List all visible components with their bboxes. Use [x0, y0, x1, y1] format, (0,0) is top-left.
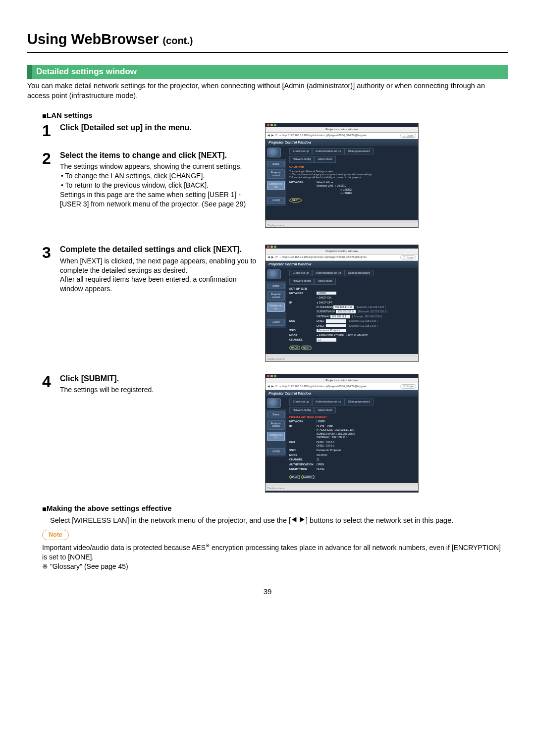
shot1-panel-title: Projector Control Window	[266, 139, 418, 146]
step-2-head: Select the items to change and click [NE…	[60, 151, 260, 160]
step-1: 1 Click [Detailed set up] in the menu.	[42, 123, 260, 140]
making-heading: ■Making the above settings effective	[42, 504, 508, 514]
step-4: 4 Click [SUBMIT]. The settings will be r…	[42, 374, 260, 395]
note-glossary: ※ "Glossary" (See page 45)	[42, 562, 503, 572]
svg-marker-1	[300, 517, 305, 522]
making-body: Select [WIRELESS LAN] in the network men…	[50, 516, 498, 526]
step-3-head: Complete the detailed settings and click…	[60, 245, 260, 254]
step-1-head: Click [Detailed set up] in the menu.	[60, 123, 260, 132]
add-icon[interactable]: +	[279, 385, 281, 388]
step-2: 2 Select the items to change and click […	[42, 151, 260, 209]
sidebar-status[interactable]: Status	[267, 161, 285, 168]
step-2-num: 2	[42, 151, 60, 209]
caution-label: CAUTION!	[289, 165, 415, 169]
step-3-d1: When [NEXT] is clicked, the next page ap…	[60, 256, 260, 275]
tab-change-pw[interactable]: Change password	[344, 148, 373, 154]
screenshot-1: Projector control window ◀▶ ⟳ + http://1…	[265, 123, 419, 228]
shot1-window-title: Projector control window	[266, 127, 418, 132]
url-field[interactable]: http://192.168.11.100/cgi-bin/main.cgi?p…	[282, 134, 399, 137]
square-icon: ■	[42, 504, 47, 514]
step-3: 3 Complete the detailed settings and cli…	[42, 245, 260, 294]
step-1-num: 1	[42, 123, 60, 140]
sidebar-detailed-setup[interactable]: Detailed set up	[267, 181, 285, 190]
step-2-d1: The settings window appears, showing the…	[60, 162, 260, 171]
nav-back-icon[interactable]: ◀	[268, 255, 270, 259]
next-button-2[interactable]: NEXT	[301, 346, 312, 350]
step-3-num: 3	[42, 245, 60, 294]
reload-icon[interactable]: ⟳	[275, 134, 278, 137]
submit-button-3[interactable]: SUBMIT	[301, 475, 315, 479]
page-title: Using WebBrowser (cont.)	[27, 30, 508, 53]
nav-back-icon[interactable]: ◀	[268, 134, 270, 137]
nav-fwd-icon[interactable]: ▶	[271, 134, 274, 137]
intro-text: You can make detail network settings for…	[27, 81, 508, 101]
logo-icon	[267, 148, 281, 157]
title-main: Using WebBrowser	[27, 31, 162, 47]
note-body: Important video/audio data is protected …	[42, 542, 503, 562]
reload-icon[interactable]: ⟳	[275, 385, 278, 388]
sidebar-japanese[interactable]: 日本語	[267, 197, 285, 204]
screenshot-2: Projector control window ◀▶ ⟳ + http://1…	[265, 245, 419, 361]
section-header: Detailed settings window	[27, 65, 508, 79]
left-right-arrow-icon	[291, 516, 306, 523]
tab-auth[interactable]: Authentication set up	[312, 148, 344, 154]
tab-network[interactable]: Network config	[289, 156, 314, 162]
step-2-d3: • To return to the previous window, clic…	[61, 181, 260, 190]
tab-clock[interactable]: Adjust clock	[314, 156, 335, 162]
square-icon: ■	[42, 111, 47, 121]
back-button-3[interactable]: BACK	[289, 475, 300, 479]
step-4-d1: The settings will be registered.	[60, 385, 260, 395]
next-button-1[interactable]: NEXT	[289, 198, 302, 202]
wired-radio[interactable]	[331, 181, 333, 184]
step-4-head: Click [SUBMIT].	[60, 374, 260, 383]
sidebar-proj-control[interactable]: Projector control	[267, 169, 285, 179]
nav-back-icon[interactable]: ◀	[268, 385, 270, 388]
footnote-mark: ※	[206, 543, 210, 548]
reload-icon[interactable]: ⟳	[275, 255, 278, 259]
screenshot-3: Projector control window ◀▶ ⟳ + http://1…	[265, 374, 419, 493]
add-icon[interactable]: +	[279, 255, 281, 259]
step-4-num: 4	[42, 374, 60, 395]
back-button-2[interactable]: BACK	[289, 346, 300, 350]
page-number: 39	[27, 587, 508, 597]
search-box[interactable]: GGoogle	[400, 134, 416, 138]
step-2-d2: • To change the LAN settings, click [CHA…	[61, 171, 260, 181]
tab-email[interactable]: E-mail set up	[289, 148, 312, 154]
add-icon[interactable]: +	[279, 134, 281, 137]
title-cont: (cont.)	[162, 35, 193, 46]
step-2-d4: Settings in this page are the same when …	[60, 190, 260, 209]
nav-fwd-icon[interactable]: ▶	[271, 255, 274, 259]
logo-icon	[267, 269, 281, 279]
svg-marker-0	[292, 517, 296, 522]
step-3-d2: After all required items have been enter…	[60, 275, 260, 294]
logo-icon	[267, 398, 281, 408]
nav-fwd-icon[interactable]: ▶	[271, 385, 274, 388]
note-pill: Note	[42, 530, 69, 540]
lan-settings-heading: ■LAN settings	[42, 110, 508, 121]
